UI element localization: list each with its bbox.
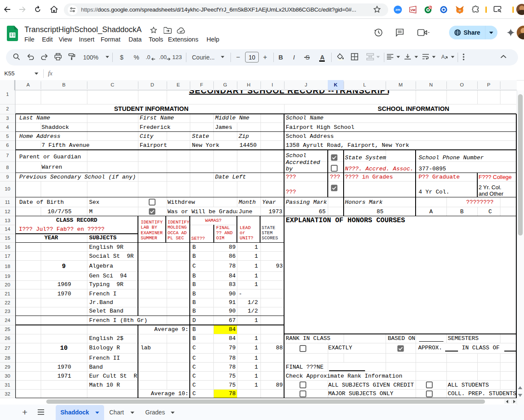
svg-text:VM: VM	[410, 8, 415, 12]
svg-text:A: A	[441, 54, 445, 60]
